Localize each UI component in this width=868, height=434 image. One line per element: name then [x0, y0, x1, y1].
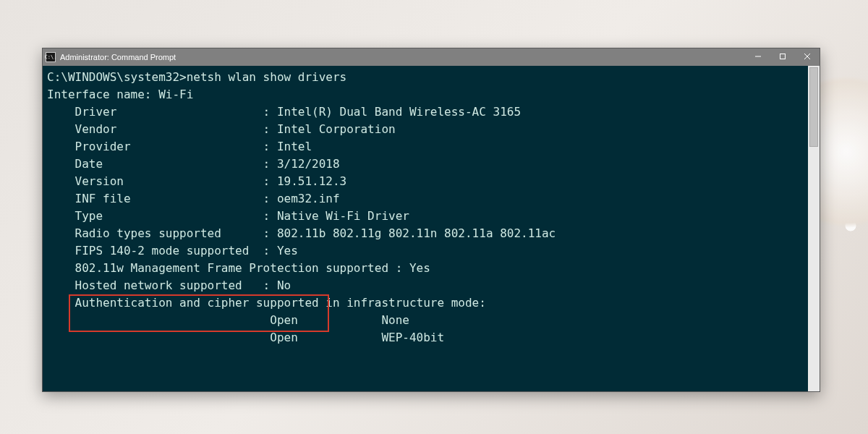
row-label: Radio types supported :	[47, 226, 277, 240]
output-row: Vendor : Intel Corporation	[47, 121, 804, 138]
window-title: Administrator: Command Prompt	[60, 53, 176, 61]
row-value: oem32.inf	[277, 192, 340, 205]
minimize-button[interactable]	[746, 48, 770, 66]
cipher-auth: Open	[270, 313, 381, 327]
row-label: Authentication and cipher supported in i…	[47, 296, 486, 310]
vertical-scrollbar[interactable]	[808, 66, 820, 391]
output-row: Date : 3/12/2018	[47, 156, 804, 173]
output-row: Type : Native Wi-Fi Driver	[47, 208, 804, 225]
close-icon	[804, 53, 811, 61]
output-row: Hosted network supported : No	[47, 277, 804, 294]
output-row: Driver : Intel(R) Dual Band Wireless-AC …	[47, 103, 804, 121]
row-value: Intel(R) Dual Band Wireless-AC 3165	[277, 105, 521, 119]
row-value: 802.11b 802.11g 802.11n 802.11a 802.11ac	[277, 226, 556, 240]
row-label: FIPS 140-2 mode supported :	[47, 244, 277, 258]
command-text: netsh wlan show drivers	[187, 70, 347, 84]
row-value: Native Wi-Fi Driver	[277, 209, 409, 223]
cipher-row: Open WEP-40bit	[47, 329, 804, 346]
cipher-row: Open None	[47, 312, 804, 329]
row-label: INF file :	[47, 192, 277, 205]
scrollbar-thumb[interactable]	[809, 67, 818, 147]
cipher-indent	[47, 313, 270, 327]
output-row: Provider : Intel	[47, 138, 804, 156]
row-label: Date :	[47, 157, 277, 171]
maximize-icon	[779, 53, 786, 61]
interface-line: Interface name: Wi-Fi	[47, 86, 804, 103]
cipher-indent	[47, 331, 270, 344]
output-row: INF file : oem32.inf	[47, 190, 804, 208]
titlebar[interactable]: C:\. Administrator: Command Prompt	[43, 48, 820, 66]
row-value: Intel	[277, 140, 312, 153]
row-label: 802.11w Management Frame Protection supp…	[47, 261, 409, 275]
prompt-prefix: C:\WINDOWS\system32>	[47, 70, 187, 84]
row-label: Vendor :	[47, 122, 277, 136]
app-icon: C:\.	[46, 52, 56, 62]
minimize-icon	[754, 53, 762, 61]
row-label: Version :	[47, 174, 277, 188]
row-label: Provider :	[47, 140, 277, 153]
row-label: Driver :	[47, 105, 277, 119]
close-button[interactable]	[795, 48, 820, 66]
maximize-button[interactable]	[770, 48, 795, 66]
command-prompt-window: C:\. Administrator: Command Prompt C:\WI…	[42, 48, 820, 392]
output-row: Radio types supported : 802.11b 802.11g …	[47, 225, 804, 242]
row-value: 3/12/2018	[277, 157, 340, 171]
cipher-auth: Open	[270, 331, 381, 344]
row-label: Type :	[47, 209, 277, 223]
row-value: 19.51.12.3	[277, 174, 346, 188]
output-row: Authentication and cipher supported in i…	[47, 294, 804, 312]
prompt-line: C:\WINDOWS\system32>netsh wlan show driv…	[47, 69, 804, 86]
row-value: Intel Corporation	[277, 122, 396, 136]
row-value: Yes	[409, 261, 430, 275]
output-row: FIPS 140-2 mode supported : Yes	[47, 242, 804, 260]
interface-text: Interface name: Wi-Fi	[47, 88, 193, 101]
cipher-value: None	[381, 313, 409, 327]
output-row: 802.11w Management Frame Protection supp…	[47, 260, 804, 277]
row-value: Yes	[277, 244, 298, 258]
svg-rect-1	[780, 54, 786, 59]
cipher-value: WEP-40bit	[381, 331, 444, 344]
terminal-area: C:\WINDOWS\system32>netsh wlan show driv…	[43, 66, 820, 391]
row-value: No	[277, 278, 291, 292]
row-label: Hosted network supported :	[47, 278, 277, 292]
terminal-output[interactable]: C:\WINDOWS\system32>netsh wlan show driv…	[43, 66, 808, 391]
output-row: Version : 19.51.12.3	[47, 173, 804, 190]
